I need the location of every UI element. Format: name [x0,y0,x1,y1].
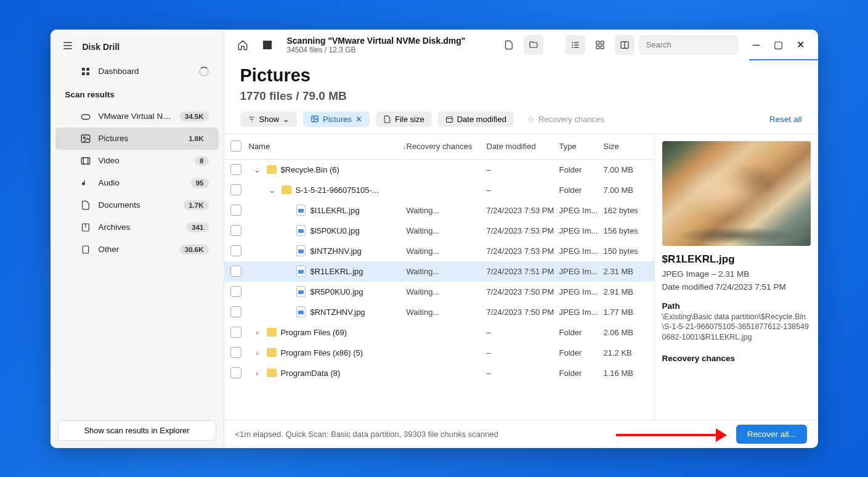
recover-all-button[interactable]: Recover all... [736,425,807,444]
row-checkbox[interactable] [230,205,241,216]
sidebar-item-pictures[interactable]: Pictures1.8K [55,128,219,150]
table-row[interactable]: ⌄$Recycle.Bin (6)–Folder7.00 MB [224,160,654,180]
page-subtitle: 1770 files / 79.0 MB [240,89,802,103]
svg-point-19 [572,47,573,48]
table-row[interactable]: $RNTZHNV.jpgWaiting...7/24/2023 7:50 PMJ… [224,302,654,322]
row-checkbox[interactable] [230,245,241,256]
table-row[interactable]: $R5P0KU0.jpgWaiting...7/24/2023 7:50 PMJ… [224,282,654,302]
column-type[interactable]: Type [559,142,604,151]
table-row[interactable]: $INTZHNV.jpgWaiting...7/24/2023 7:53 PMJ… [224,241,654,261]
chip-pictures[interactable]: Pictures✕ [303,112,370,127]
row-checkbox[interactable] [230,286,241,297]
expand-icon[interactable]: › [253,369,262,378]
sidebar-item-label: VMware Virtual NVMe... [99,112,172,121]
search-input[interactable] [646,40,750,49]
cell-recovery: Waiting... [407,267,487,276]
file-name: ProgramData (8) [281,369,341,378]
cell-size: 21.2 KB [604,348,654,357]
column-name[interactable]: Name↓ [249,142,407,151]
row-checkbox[interactable] [230,184,241,195]
row-checkbox[interactable] [230,164,241,175]
preview-panel: $R1LEKRL.jpg JPEG Image – 2.31 MB Date m… [654,134,818,420]
svg-rect-26 [601,46,604,49]
folder-icon[interactable] [524,35,543,55]
sidebar-item-other[interactable]: Other30.6K [55,238,219,261]
table-row[interactable]: ›Program Files (69)–Folder2.06 MB [224,322,654,343]
row-checkbox[interactable] [230,367,241,378]
sidebar-item-label: Audio [99,178,184,187]
expand-icon[interactable]: › [253,328,262,337]
video-icon [80,155,91,166]
sidebar-item-badge: 95 [191,178,209,188]
sidebar-item-documents[interactable]: Documents1.7K [55,194,219,216]
cell-type: JPEG Im... [559,206,604,215]
table-row[interactable]: $I1LEKRL.jpgWaiting...7/24/2023 7:53 PMJ… [224,200,654,221]
select-all-checkbox[interactable] [230,141,241,152]
chip-date-modified[interactable]: Date modified [438,112,514,127]
close-button[interactable]: ✕ [792,36,809,54]
table-row[interactable]: $I5P0KU0.jpgWaiting...7/24/2023 7:53 PMJ… [224,221,654,241]
expand-icon[interactable]: ⌄ [267,186,277,195]
list-view-icon[interactable] [566,35,585,55]
star-icon: ☆ [527,115,535,124]
svg-rect-22 [574,47,578,47]
svg-rect-15 [83,246,88,253]
menu-icon[interactable] [62,39,74,54]
table-row[interactable]: $R1LEKRL.jpgWaiting...7/24/2023 7:51 PMJ… [224,261,654,282]
svg-rect-4 [86,68,89,71]
expand-icon[interactable]: › [253,348,262,357]
row-checkbox[interactable] [230,347,241,358]
file-icon [296,266,306,277]
row-checkbox[interactable] [230,306,241,317]
preview-image [662,141,811,246]
close-icon[interactable]: ✕ [355,115,362,124]
folder-icon [267,165,277,174]
sidebar-item-audio[interactable]: Audio95 [55,172,219,194]
table-row[interactable]: ›ProgramData (8)–Folder1.16 MB [224,363,654,383]
preview-filename: $R1LEKRL.jpg [662,253,811,266]
row-checkbox[interactable] [230,266,241,277]
cell-size: 2.06 MB [604,328,654,337]
svg-rect-7 [81,115,90,120]
search-box[interactable] [639,36,738,54]
file-icon[interactable] [499,35,519,55]
home-icon[interactable] [233,35,253,55]
chip-file-size[interactable]: File size [376,112,432,127]
preview-recovery-label: Recovery chances [662,354,811,363]
minimize-button[interactable]: ─ [748,36,765,54]
chip-show[interactable]: Show⌄ [240,112,298,127]
cell-size: 7.00 MB [604,186,654,195]
table-row[interactable]: ›Program Files (x86) (5)–Folder21.2 KB [224,343,654,363]
sidebar-item-archives[interactable]: Archives341 [55,216,219,238]
cell-date: 7/24/2023 7:53 PM [487,206,559,215]
scan-subtitle: 34504 files / 12.3 GB [287,46,494,54]
split-view-icon[interactable] [615,35,635,55]
grid-view-icon[interactable] [590,35,610,55]
sidebar-item-vmware-virtual-nvme-[interactable]: VMware Virtual NVMe...34.5K [55,105,219,128]
cell-size: 2.91 MB [604,287,654,296]
table-row[interactable]: ⌄S-1-5-21-966075105-...–Folder7.00 MB [224,180,654,200]
footer: <1m elapsed. Quick Scan: Basic data part… [224,420,818,448]
show-in-explorer-button[interactable]: Show scan results in Explorer [58,420,216,441]
sidebar-item-badge: 30.6K [180,245,209,255]
app-window: Disk Drill Dashboard Scan results VMware… [51,30,818,448]
expand-icon[interactable]: ⌄ [253,165,262,174]
chip-recovery-chances[interactable]: ☆Recovery chances [520,112,612,127]
column-date[interactable]: Date modified [487,142,559,151]
chevron-down-icon: ⌄ [283,115,290,124]
column-size[interactable]: Size [604,142,654,151]
row-checkbox[interactable] [230,327,241,338]
sidebar-dashboard[interactable]: Dashboard [55,60,219,83]
svg-rect-6 [86,72,89,75]
file-icon [296,225,306,236]
stop-icon[interactable] [258,35,277,55]
row-checkbox[interactable] [230,225,241,236]
annotation-arrow [616,428,727,442]
svg-rect-36 [446,116,452,122]
column-recovery[interactable]: Recovery chances [407,142,487,151]
audio-icon [80,177,91,189]
sidebar-item-video[interactable]: Video8 [55,150,219,172]
sidebar-item-label: Archives [99,222,180,232]
maximize-button[interactable]: ▢ [770,36,787,54]
reset-all-link[interactable]: Reset all [769,115,802,124]
